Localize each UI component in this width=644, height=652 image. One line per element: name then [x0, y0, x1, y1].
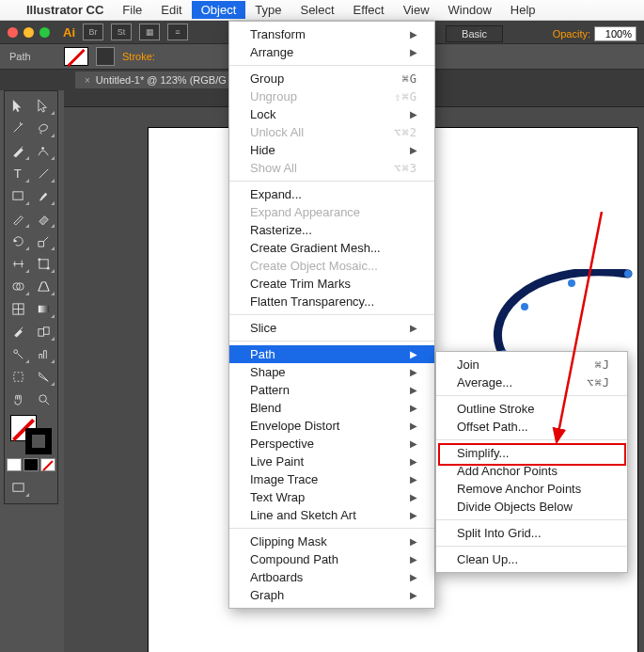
- free-transform-tool[interactable]: [32, 253, 55, 274]
- stock-icon[interactable]: St: [111, 24, 132, 40]
- object-menu-item-arrange[interactable]: Arrange▶: [229, 43, 434, 61]
- object-menu-item-slice[interactable]: Slice▶: [229, 319, 434, 337]
- shape-builder-tool[interactable]: [7, 276, 30, 296]
- pen-tool[interactable]: [7, 140, 30, 161]
- object-menu-item-line-and-sketch-art[interactable]: Line and Sketch Art▶: [229, 506, 434, 524]
- object-menu-item-blend[interactable]: Blend▶: [229, 399, 434, 417]
- object-menu-item-shape[interactable]: Shape▶: [229, 363, 434, 381]
- object-menu: Transform▶Arrange▶Group⌘GUngroup⇧⌘GLock▶…: [228, 21, 435, 609]
- object-menu-item-image-trace[interactable]: Image Trace▶: [229, 470, 434, 488]
- object-menu-item-envelope-distort[interactable]: Envelope Distort▶: [229, 417, 434, 435]
- paintbrush-tool[interactable]: [32, 185, 55, 206]
- path-menu-item-offset-path[interactable]: Offset Path...: [436, 418, 627, 436]
- zoom-button[interactable]: [39, 27, 50, 38]
- svg-text:T: T: [14, 167, 22, 181]
- object-menu-item-lock[interactable]: Lock▶: [229, 105, 434, 123]
- object-menu-item-clipping-mask[interactable]: Clipping Mask▶: [229, 533, 434, 550]
- opacity-input[interactable]: 100%: [594, 26, 636, 41]
- menu-window[interactable]: Window: [439, 1, 501, 19]
- slice-tool[interactable]: [32, 366, 55, 387]
- none-mode[interactable]: [40, 458, 55, 471]
- object-menu-item-perspective[interactable]: Perspective▶: [229, 435, 434, 453]
- rectangle-tool[interactable]: [7, 185, 30, 206]
- fill-swatch[interactable]: [64, 47, 88, 66]
- menu-app[interactable]: Illustrator CC: [17, 1, 113, 19]
- menu-type[interactable]: Type: [245, 1, 291, 19]
- object-menu-item-transform[interactable]: Transform▶: [229, 25, 434, 43]
- artboard-tool[interactable]: [7, 366, 30, 387]
- path-menu-item-remove-anchor-points[interactable]: Remove Anchor Points: [436, 480, 627, 498]
- path-menu-item-clean-up[interactable]: Clean Up...: [436, 550, 627, 568]
- menu-edit[interactable]: Edit: [151, 1, 191, 19]
- arrange-docs-icon[interactable]: ▦: [139, 24, 160, 40]
- color-mode[interactable]: [7, 458, 22, 471]
- close-tab-icon[interactable]: ×: [85, 75, 90, 86]
- object-menu-item-rasterize[interactable]: Rasterize...: [229, 221, 434, 239]
- object-menu-item-hide[interactable]: Hide▶: [229, 141, 434, 159]
- document-tab[interactable]: × Untitled-1* @ 123% (RGB/G: [75, 72, 236, 88]
- object-menu-item-unlock-all: Unlock All⌥⌘2: [229, 123, 434, 141]
- object-menu-item-ungroup: Ungroup⇧⌘G: [229, 87, 434, 105]
- stroke-indicator[interactable]: [25, 428, 52, 454]
- menu-object[interactable]: Object: [192, 1, 246, 19]
- object-menu-item-create-gradient-mesh[interactable]: Create Gradient Mesh...: [229, 239, 434, 257]
- selection-type: Path: [9, 51, 56, 62]
- eraser-tool[interactable]: [32, 208, 55, 229]
- object-menu-item-path[interactable]: Path▶: [229, 345, 434, 363]
- graph-tool[interactable]: [32, 343, 55, 364]
- menu-view[interactable]: View: [394, 1, 439, 19]
- line-tool[interactable]: [32, 163, 55, 183]
- gradient-tool[interactable]: [32, 298, 55, 319]
- direct-selection-tool[interactable]: [32, 95, 55, 116]
- menu-effect[interactable]: Effect: [344, 1, 394, 19]
- zoom-tool[interactable]: [32, 389, 55, 409]
- object-menu-item-live-paint[interactable]: Live Paint▶: [229, 453, 434, 470]
- hand-tool[interactable]: [7, 389, 30, 409]
- path-menu-item-join[interactable]: Join⌘J: [436, 356, 627, 374]
- minimize-button[interactable]: [24, 27, 34, 38]
- curvature-tool[interactable]: [32, 140, 55, 161]
- path-menu-item-average[interactable]: Average...⌥⌘J: [436, 374, 627, 391]
- object-menu-item-create-trim-marks[interactable]: Create Trim Marks: [229, 275, 434, 293]
- path-menu-item-simplify[interactable]: Simplify...: [436, 444, 627, 462]
- type-tool[interactable]: T: [7, 163, 30, 183]
- object-menu-item-flatten-transparency[interactable]: Flatten Transparency...: [229, 293, 434, 310]
- symbol-sprayer-tool[interactable]: [7, 343, 30, 364]
- object-menu-item-expand[interactable]: Expand...: [229, 185, 434, 203]
- menu-file[interactable]: File: [113, 1, 151, 19]
- menu-help[interactable]: Help: [501, 1, 545, 19]
- object-menu-item-text-wrap[interactable]: Text Wrap▶: [229, 488, 434, 506]
- workspace-switcher[interactable]: ≡: [167, 24, 188, 40]
- object-menu-item-artboards[interactable]: Artboards▶: [229, 568, 434, 586]
- pencil-tool[interactable]: [7, 208, 30, 229]
- window-controls: [8, 27, 50, 38]
- svg-line-25: [45, 401, 49, 405]
- lasso-tool[interactable]: [32, 118, 55, 138]
- menu-select[interactable]: Select: [291, 1, 343, 19]
- eyedropper-tool[interactable]: [7, 321, 30, 342]
- perspective-tool[interactable]: [32, 276, 55, 296]
- stroke-swatch[interactable]: [96, 47, 115, 66]
- screen-mode[interactable]: [7, 477, 30, 498]
- path-menu-item-divide-objects-below[interactable]: Divide Objects Below: [436, 498, 627, 516]
- object-menu-item-group[interactable]: Group⌘G: [229, 70, 434, 87]
- bridge-icon[interactable]: Br: [83, 24, 103, 40]
- path-menu-item-outline-stroke[interactable]: Outline Stroke: [436, 400, 627, 418]
- path-menu-item-add-anchor-points[interactable]: Add Anchor Points: [436, 462, 627, 480]
- gradient-mode[interactable]: [24, 458, 39, 471]
- app-logo: Ai: [63, 25, 75, 40]
- object-menu-item-graph[interactable]: Graph▶: [229, 586, 434, 604]
- object-menu-item-compound-path[interactable]: Compound Path▶: [229, 550, 434, 568]
- object-menu-item-pattern[interactable]: Pattern▶: [229, 381, 434, 399]
- width-tool[interactable]: [7, 253, 30, 274]
- graphic-style[interactable]: Basic: [446, 25, 503, 42]
- selection-tool[interactable]: [7, 95, 30, 116]
- path-menu-item-split-into-grid[interactable]: Split Into Grid...: [436, 524, 627, 542]
- blend-tool[interactable]: [32, 321, 55, 342]
- rotate-tool[interactable]: [7, 231, 30, 251]
- magic-wand-tool[interactable]: [7, 118, 30, 138]
- mesh-tool[interactable]: [7, 298, 30, 319]
- scale-tool[interactable]: [32, 231, 55, 251]
- close-button[interactable]: [8, 27, 18, 38]
- svg-rect-20: [39, 328, 44, 336]
